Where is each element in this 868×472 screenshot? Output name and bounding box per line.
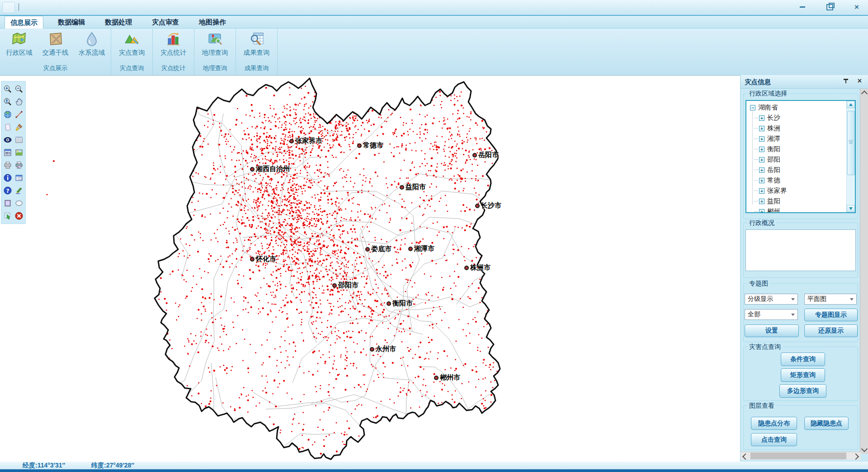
eagle-eye-tool[interactable] xyxy=(2,133,13,146)
city-label: 湘潭市 xyxy=(408,244,434,253)
expand-icon[interactable]: + xyxy=(759,147,764,152)
maximize-button[interactable] xyxy=(823,2,836,13)
expand-icon[interactable]: + xyxy=(759,136,764,142)
zoom-out-tool[interactable] xyxy=(13,83,24,95)
panel-horizontal-scrollbar[interactable] xyxy=(741,452,861,460)
tree-scroll-down[interactable] xyxy=(847,205,855,212)
map-frame-tool[interactable] xyxy=(2,197,13,210)
btn-geo-query[interactable]: 地理查询 xyxy=(198,31,232,57)
full-extent-tool[interactable] xyxy=(2,108,13,121)
tab-map-operation[interactable]: 地图操作 xyxy=(193,16,231,29)
select-feature-tool[interactable] xyxy=(2,210,13,222)
btn-water-system[interactable]: 水系流域 xyxy=(75,31,109,57)
expand-icon[interactable]: + xyxy=(759,199,764,204)
print-preview-tool[interactable] xyxy=(13,159,24,172)
tree-branch-line xyxy=(754,170,758,170)
clear-shape-tool[interactable] xyxy=(2,121,13,133)
map-type-combo[interactable]: 平面图 xyxy=(804,294,857,305)
thematic-show-button[interactable]: 专题图显示 xyxy=(804,309,858,321)
polygon-query-button[interactable]: 多边形查询 xyxy=(779,384,826,398)
scope-value: 全部 xyxy=(748,310,760,319)
print-tool[interactable] xyxy=(2,159,13,172)
identify-tool[interactable] xyxy=(2,172,13,184)
city-label: 湘西自治州 xyxy=(250,165,290,173)
ellipse-select-tool[interactable] xyxy=(13,197,24,210)
btn-disaster-query[interactable]: 灾点查询 xyxy=(115,31,149,57)
expand-icon[interactable]: + xyxy=(759,209,764,214)
display-mode-combo[interactable]: 分级显示 xyxy=(745,294,798,305)
rectangle-query-button[interactable]: 矩形查询 xyxy=(781,368,825,382)
close-delete-tool[interactable] xyxy=(13,210,24,222)
sketch-tool[interactable] xyxy=(13,184,24,197)
ribbon-group-result-query: 成果查询 成果查询 xyxy=(236,29,278,75)
measure-tool[interactable] xyxy=(13,108,24,121)
tree-scrollbar[interactable] xyxy=(846,101,855,212)
refresh-brush-tool[interactable] xyxy=(13,121,24,133)
hazard-distribution-button[interactable]: 隐患点分布 xyxy=(751,417,797,430)
tree-item[interactable]: +张家界 xyxy=(749,186,855,196)
condition-query-button[interactable]: 条件查询 xyxy=(781,353,825,366)
pin-button[interactable] xyxy=(843,78,849,86)
tree-root-item[interactable]: −湖南省 xyxy=(749,102,855,113)
scope-combo[interactable]: 全部 xyxy=(745,309,798,320)
scroll-right-icon[interactable] xyxy=(853,453,859,460)
collapse-icon[interactable]: − xyxy=(750,105,755,110)
close-button[interactable]: × xyxy=(850,2,863,13)
overview-window-tool[interactable] xyxy=(13,172,24,184)
legend-tool[interactable] xyxy=(2,146,13,159)
zoom-extent-tool[interactable] xyxy=(2,95,13,108)
expand-icon[interactable]: + xyxy=(759,126,764,131)
settings-button[interactable]: 设置 xyxy=(745,324,799,337)
tree-item[interactable]: +长沙 xyxy=(749,113,855,123)
click-query-button[interactable]: 点击查询 xyxy=(751,433,797,446)
restore-display-button[interactable]: 还原显示 xyxy=(804,324,858,337)
admin-overview-textarea[interactable] xyxy=(745,229,856,271)
tree-item[interactable]: +常德 xyxy=(749,175,855,186)
export-image-tool[interactable] xyxy=(13,146,24,159)
minimize-button[interactable] xyxy=(796,2,809,13)
ribbon-group-disaster-stats: 灾点统计 灾点统计 xyxy=(153,29,194,75)
scroll-left-icon[interactable] xyxy=(742,453,749,460)
zoom-in-icon xyxy=(3,85,12,94)
expand-icon[interactable]: + xyxy=(759,115,764,121)
help-tool[interactable]: ? xyxy=(2,184,13,197)
expand-icon[interactable]: + xyxy=(759,188,764,194)
btn-result-query[interactable]: 成果查询 xyxy=(240,31,274,57)
scroll-down-icon[interactable] xyxy=(861,446,868,452)
city-label: 永州市 xyxy=(370,345,396,353)
tab-info-display[interactable]: 信息展示 xyxy=(5,16,43,29)
quick-access-box[interactable] xyxy=(2,2,15,13)
tree-item[interactable]: +岳阳 xyxy=(749,165,855,175)
expand-icon[interactable]: + xyxy=(759,157,764,162)
tree-item[interactable]: +湘潭 xyxy=(749,133,855,144)
panel-vertical-scrollbar[interactable] xyxy=(860,89,868,454)
tree-item[interactable]: +衡阳 xyxy=(749,144,855,154)
panel-close-button[interactable]: × xyxy=(858,77,862,85)
tree-scroll-thumb[interactable] xyxy=(847,111,855,175)
map-viewport[interactable]: 张家界市常德市岳阳市湘西自治州益阳市长沙市娄底市湘潭市怀化市株洲市邵阳市衡阳市永… xyxy=(0,75,740,462)
pan-tool[interactable] xyxy=(13,95,24,108)
btn-disaster-stats[interactable]: 灾点统计 xyxy=(156,31,191,57)
tab-data-process[interactable]: 数据处理 xyxy=(99,16,137,29)
btn-admin-region[interactable]: 行政区域 xyxy=(2,31,36,57)
tree-item[interactable]: +益阳 xyxy=(749,196,855,206)
tree-item[interactable]: +株洲 xyxy=(749,123,855,133)
hide-hazard-button[interactable]: 隐藏隐患点 xyxy=(804,417,849,430)
zoom-in-tool[interactable] xyxy=(2,83,13,95)
btn-traffic-lines[interactable]: 交通干线 xyxy=(38,31,73,57)
tree-item-label: 郴州 xyxy=(767,207,780,213)
tab-data-edit[interactable]: 数据编辑 xyxy=(52,16,90,29)
horizontal-scroll-thumb[interactable] xyxy=(750,453,846,459)
expand-icon[interactable]: + xyxy=(759,178,764,183)
city-label: 邵阳市 xyxy=(332,281,359,290)
city-label: 长沙市 xyxy=(475,201,501,210)
tree-item[interactable]: +邵阳 xyxy=(749,154,855,165)
expand-icon[interactable]: + xyxy=(759,167,764,173)
attribute-table-tool[interactable] xyxy=(13,133,24,146)
map-canvas[interactable] xyxy=(0,76,740,462)
tab-disaster-review[interactable]: 灾点审查 xyxy=(146,16,184,29)
scroll-up-icon[interactable] xyxy=(861,91,868,97)
region-tree[interactable]: −湖南省+长沙+株洲+湘潭+衡阳+邵阳+岳阳+常德+张家界+益阳+郴州 xyxy=(745,100,856,213)
tree-scroll-up[interactable] xyxy=(847,101,855,108)
tree-item[interactable]: +郴州 xyxy=(749,206,855,213)
